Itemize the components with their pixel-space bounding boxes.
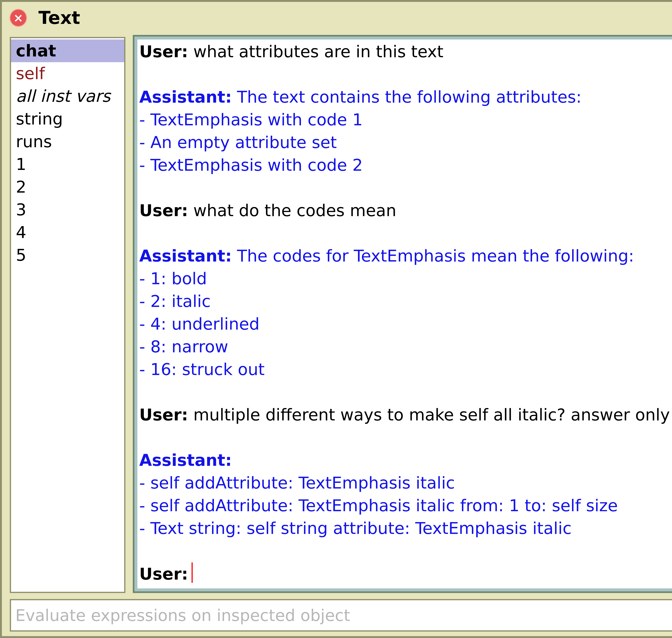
blank-line bbox=[139, 381, 672, 403]
window-title: Text bbox=[38, 8, 80, 28]
chat-message-assistant-3: Assistant: bbox=[139, 449, 672, 472]
sidebar-item-5[interactable]: 5 bbox=[11, 244, 124, 267]
sidebar-item-2[interactable]: 2 bbox=[11, 176, 124, 198]
assistant-bullet: - TextEmphasis with code 1 bbox=[139, 108, 672, 131]
sidebar-item-4[interactable]: 4 bbox=[11, 221, 124, 244]
assistant-bullet: - 16: struck out bbox=[139, 358, 672, 381]
chat-message-user-prompt: User: bbox=[139, 563, 672, 585]
chat-message-user-3: User: multiple different ways to make se… bbox=[139, 403, 672, 426]
expression-input[interactable] bbox=[10, 599, 672, 632]
sidebar-item-self[interactable]: self bbox=[11, 62, 124, 85]
sidebar-item-chat[interactable]: chat bbox=[11, 39, 124, 62]
assistant-bullet: - self addAttribute: TextEmphasis italic… bbox=[139, 494, 672, 517]
chat-message-assistant-1: Assistant: The text contains the followi… bbox=[139, 86, 672, 108]
assistant-bullet: - 2: italic bbox=[139, 290, 672, 313]
assistant-bullet: - An empty attribute set bbox=[139, 131, 672, 154]
chat-transcript: User: what attributes are in this text A… bbox=[137, 39, 672, 585]
sidebar-item-3[interactable]: 3 bbox=[11, 198, 124, 221]
inspector-field-list: chat self all inst vars string runs 1 2 … bbox=[10, 37, 126, 593]
blank-line bbox=[139, 222, 672, 245]
blank-line bbox=[139, 540, 672, 563]
blank-line bbox=[139, 63, 672, 86]
assistant-bullet: - 4: underlined bbox=[139, 313, 672, 335]
sidebar-item-all-inst-vars[interactable]: all inst vars bbox=[11, 85, 124, 107]
chat-message-user-1: User: what attributes are in this text bbox=[139, 40, 672, 63]
assistant-bullet: - TextEmphasis with code 2 bbox=[139, 154, 672, 177]
close-icon: × bbox=[13, 12, 23, 24]
assistant-bullet: - self addAttribute: TextEmphasis italic bbox=[139, 472, 672, 494]
sidebar-item-runs[interactable]: runs bbox=[11, 130, 124, 153]
chat-message-assistant-2: Assistant: The codes for TextEmphasis me… bbox=[139, 245, 672, 267]
blank-line bbox=[139, 177, 672, 199]
assistant-bullet: - Text string: self string attribute: Te… bbox=[139, 517, 672, 540]
chat-text-pane-inner: User: what attributes are in this text A… bbox=[134, 36, 672, 591]
chat-message-user-2: User: what do the codes mean bbox=[139, 199, 672, 222]
close-button[interactable]: × bbox=[10, 10, 26, 26]
blank-line bbox=[139, 426, 672, 449]
chat-text-pane[interactable]: User: what attributes are in this text A… bbox=[133, 35, 672, 593]
text-cursor bbox=[192, 563, 193, 583]
assistant-bullet: - 8: narrow bbox=[139, 335, 672, 358]
assistant-bullet: - 1: bold bbox=[139, 267, 672, 290]
sidebar-item-1[interactable]: 1 bbox=[11, 153, 124, 176]
sidebar-item-string[interactable]: string bbox=[11, 107, 124, 130]
inspector-window: × Text ▼ + − chat self all inst vars str… bbox=[0, 0, 672, 638]
